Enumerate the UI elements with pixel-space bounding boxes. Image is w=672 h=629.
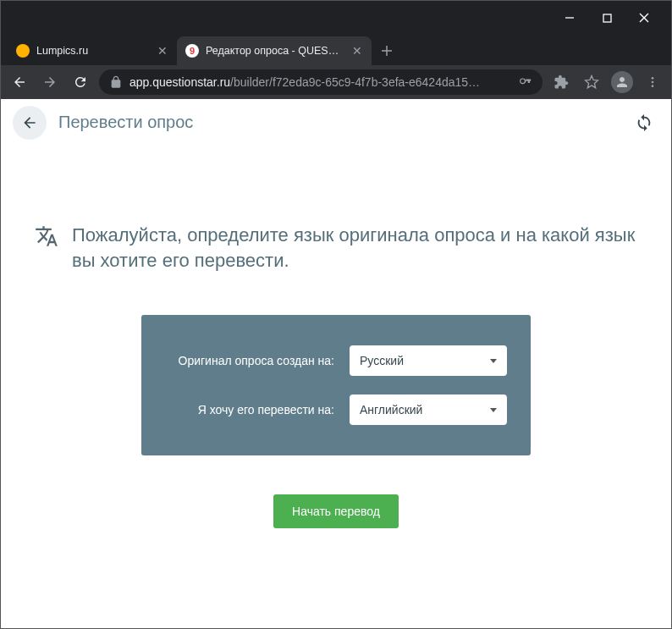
target-language-select[interactable]: Английский xyxy=(350,395,507,425)
app-back-button[interactable] xyxy=(13,106,47,140)
language-panel: Оригинал опроса создан на: Русский Я хоч… xyxy=(141,315,531,455)
key-icon[interactable] xyxy=(519,75,532,89)
tab-close-icon[interactable]: ✕ xyxy=(351,45,363,57)
nav-back-button[interactable] xyxy=(8,70,31,94)
target-language-row: Я хочу его перевести на: Английский xyxy=(165,395,507,425)
svg-point-8 xyxy=(652,85,654,87)
original-language-label: Оригинал опроса создан на: xyxy=(165,354,334,367)
tab-strip: Lumpics.ru ✕ 9 Редактор опроса - QUESTIO… xyxy=(1,35,671,65)
target-language-label: Я хочу его перевести на: xyxy=(165,403,334,417)
chevron-down-icon xyxy=(490,408,497,412)
page-title: Перевести опрос xyxy=(58,113,629,132)
window-titlebar xyxy=(1,1,671,35)
favicon-icon: 9 xyxy=(185,44,199,58)
favicon-icon xyxy=(16,44,30,58)
select-value: Русский xyxy=(360,354,404,367)
nav-reload-button[interactable] xyxy=(69,70,92,94)
svg-point-7 xyxy=(652,81,654,84)
window-controls xyxy=(559,8,664,28)
original-language-row: Оригинал опроса создан на: Русский xyxy=(165,345,507,376)
window-maximize[interactable] xyxy=(597,8,617,28)
svg-point-6 xyxy=(652,77,654,80)
browser-window: Lumpics.ru ✕ 9 Редактор опроса - QUESTIO… xyxy=(0,0,672,629)
select-value: Английский xyxy=(360,403,422,417)
sync-button[interactable] xyxy=(629,108,659,138)
app-toolbar: Перевести опрос xyxy=(1,99,671,146)
menu-button[interactable] xyxy=(641,70,664,94)
bookmark-button[interactable] xyxy=(580,70,603,94)
svg-rect-1 xyxy=(603,14,611,22)
url-input[interactable]: app.questionstar.ru/builder/f72eda9c-65c… xyxy=(99,69,543,95)
window-close[interactable] xyxy=(634,8,654,28)
action-row: Начать перевод xyxy=(35,494,637,528)
url-text: app.questionstar.ru/builder/f72eda9c-65c… xyxy=(129,75,512,89)
original-language-select[interactable]: Русский xyxy=(350,345,507,376)
page-content: Пожалуйста, определите язык оригинала оп… xyxy=(1,146,671,528)
tab-close-icon[interactable]: ✕ xyxy=(157,45,168,57)
heading-row: Пожалуйста, определите язык оригинала оп… xyxy=(35,223,637,273)
extensions-button[interactable] xyxy=(549,70,573,94)
avatar-icon xyxy=(611,71,633,93)
new-tab-button[interactable] xyxy=(375,39,399,63)
tab-title: Редактор опроса - QUESTIONST xyxy=(206,45,344,57)
browser-tab-lumpics[interactable]: Lumpics.ru ✕ xyxy=(8,36,177,65)
chevron-down-icon xyxy=(490,359,497,363)
start-translation-button[interactable]: Начать перевод xyxy=(273,494,399,528)
profile-button[interactable] xyxy=(610,70,634,94)
heading-text: Пожалуйста, определите язык оригинала оп… xyxy=(72,223,637,273)
window-minimize[interactable] xyxy=(559,8,580,28)
translate-icon xyxy=(35,224,58,248)
address-bar: app.questionstar.ru/builder/f72eda9c-65c… xyxy=(1,65,671,99)
lock-icon xyxy=(109,75,123,89)
nav-forward-button[interactable] xyxy=(38,70,62,94)
browser-tab-questionstar[interactable]: 9 Редактор опроса - QUESTIONST ✕ xyxy=(177,36,372,65)
tab-title: Lumpics.ru xyxy=(36,45,150,57)
